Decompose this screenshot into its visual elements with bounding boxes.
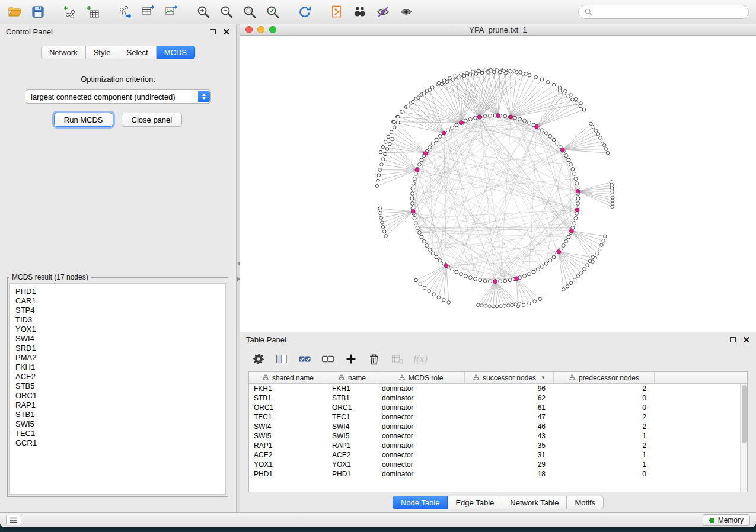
table-tab-node-table[interactable]: Node Table (393, 496, 448, 509)
zoom-in-icon[interactable] (196, 4, 211, 20)
tab-select[interactable]: Select (119, 46, 157, 59)
zoom-fit-icon[interactable] (242, 4, 257, 20)
mcds-node-item[interactable]: RAP1 (15, 400, 220, 410)
control-panel-header: Control Panel ✕ (0, 24, 236, 39)
table-panel-title: Table Panel (246, 335, 286, 344)
splitter-collapse-icon[interactable] (237, 261, 240, 281)
search-box[interactable] (578, 5, 749, 19)
table-cell: SWI4 (327, 422, 377, 431)
control-panel-tabs: NetworkStyleSelectMCDS (41, 46, 195, 59)
settings-icon[interactable] (252, 352, 265, 366)
table-cell: 0 (554, 403, 655, 412)
table-cell: 61 (465, 403, 554, 412)
float-table-panel-icon[interactable] (730, 337, 736, 342)
panel-splitter[interactable] (236, 24, 240, 512)
search-input[interactable] (596, 7, 742, 17)
mcds-node-item[interactable]: STB1 (15, 410, 220, 419)
table-panel: Table Panel ✕ f(x) shared namenameMCDS r… (240, 332, 756, 512)
table-row[interactable]: PHD1PHD1dominator180 (249, 469, 747, 479)
mcds-node-item[interactable]: SWI4 (15, 334, 220, 344)
tab-mcds[interactable]: MCDS (157, 46, 195, 59)
table-row[interactable]: ORC1ORC1dominator610 (249, 403, 747, 412)
tab-network[interactable]: Network (41, 46, 86, 59)
control-panel: Control Panel ✕ NetworkStyleSelectMCDS O… (0, 24, 236, 512)
close-control-panel-icon[interactable]: ✕ (222, 27, 230, 36)
show-hide-icon[interactable] (398, 4, 414, 20)
refresh-icon[interactable] (297, 4, 312, 20)
table-row[interactable]: YOX1YOX1connector291 (249, 460, 747, 469)
mcds-node-item[interactable]: SRD1 (15, 344, 220, 353)
mcds-node-item[interactable]: STP4 (15, 306, 220, 315)
table-tab-motifs[interactable]: Motifs (567, 496, 604, 509)
export-table-icon[interactable] (141, 4, 156, 20)
graphics-details-icon[interactable] (375, 4, 391, 20)
column-header-name[interactable]: name (327, 372, 377, 383)
window-close-icon[interactable] (245, 26, 253, 33)
delete-icon[interactable] (368, 352, 381, 366)
export-web-icon[interactable] (329, 4, 344, 20)
mcds-node-item[interactable]: ORC1 (15, 391, 220, 400)
table-cell: 2 (554, 413, 655, 421)
table-row[interactable]: STB1STB1dominator620 (249, 393, 747, 403)
mcds-node-item[interactable]: PMA2 (15, 353, 220, 363)
export-image-icon[interactable] (164, 4, 179, 20)
window-maximize-icon[interactable] (269, 26, 276, 33)
zoom-out-icon[interactable] (219, 4, 234, 20)
open-file-icon[interactable] (7, 4, 23, 20)
import-table-icon[interactable] (85, 4, 101, 20)
tab-style[interactable]: Style (86, 46, 119, 59)
zoom-selected-icon[interactable] (265, 4, 280, 20)
column-header-successor-nodes[interactable]: successor nodes▼ (465, 372, 554, 383)
close-table-panel-icon[interactable]: ✕ (742, 335, 750, 344)
deselect-all-icon[interactable] (321, 352, 334, 366)
criterion-dropdown[interactable]: largest connected component (undirected) (25, 89, 211, 104)
export-network-icon[interactable] (117, 4, 133, 20)
mcds-node-item[interactable]: CAR1 (15, 296, 220, 306)
table-tab-network-table[interactable]: Network Table (502, 496, 567, 509)
mcds-node-item[interactable]: ACE2 (15, 372, 220, 382)
menu-icon[interactable] (6, 515, 21, 525)
table-row[interactable]: ACE2ACE2connector311 (249, 450, 747, 460)
table-cell: STB1 (249, 394, 327, 402)
scrollbar-thumb[interactable] (742, 385, 747, 443)
table-row[interactable]: FKH1FKH1dominator962 (249, 384, 747, 393)
window-minimize-icon[interactable] (257, 26, 264, 33)
network-window: YPA_prune.txt_1 (240, 24, 756, 332)
table-row[interactable]: SWI5SWI5connector431 (249, 431, 747, 441)
mcds-node-item[interactable]: GCR1 (15, 438, 220, 448)
mcds-node-item[interactable]: STB5 (15, 382, 220, 391)
mcds-result-list[interactable]: PHD1CAR1STP4TID3YOX1SWI4SRD1PMA2FKH1ACE2… (9, 283, 226, 495)
save-icon[interactable] (30, 4, 46, 20)
select-all-icon[interactable] (298, 352, 311, 366)
close-panel-button[interactable]: Close panel (122, 113, 183, 127)
table-row[interactable]: RAP1RAP1dominator352 (249, 441, 747, 450)
float-panel-icon[interactable] (210, 29, 216, 34)
table-row[interactable]: TEC1TEC1connector472 (249, 412, 747, 422)
add-icon[interactable] (344, 352, 358, 366)
mcds-node-item[interactable]: FKH1 (15, 363, 220, 372)
column-header-shared-name[interactable]: shared name (249, 372, 327, 383)
columns-icon[interactable] (275, 352, 288, 366)
memory-status-icon (709, 518, 714, 523)
table-cell: connector (377, 432, 465, 440)
run-mcds-button[interactable]: Run MCDS (54, 113, 113, 127)
mcds-node-item[interactable]: SWI5 (15, 419, 220, 429)
mcds-node-item[interactable]: PHD1 (15, 287, 220, 296)
network-canvas[interactable] (240, 36, 756, 332)
table-cell: 31 (465, 451, 554, 459)
column-header-MCDS-role[interactable]: MCDS role (377, 372, 465, 383)
table-tab-edge-table[interactable]: Edge Table (448, 496, 502, 509)
memory-button[interactable]: Memory (703, 514, 750, 526)
mcds-node-item[interactable]: TID3 (15, 315, 220, 325)
binoculars-icon[interactable] (352, 4, 368, 20)
status-bar: Memory (0, 512, 756, 527)
import-network-icon[interactable] (62, 4, 78, 20)
table-scrollbar[interactable] (740, 384, 747, 492)
table-cell: PHD1 (249, 470, 327, 478)
node-table: shared namenameMCDS rolesuccessor nodes▼… (248, 371, 748, 492)
column-header-predecessor-nodes[interactable]: predecessor nodes (554, 372, 655, 383)
table-row[interactable]: SWI4SWI4dominator462 (249, 422, 747, 431)
table-cell: 1 (554, 432, 655, 440)
mcds-node-item[interactable]: YOX1 (15, 325, 220, 334)
mcds-node-item[interactable]: TEC1 (15, 429, 220, 438)
